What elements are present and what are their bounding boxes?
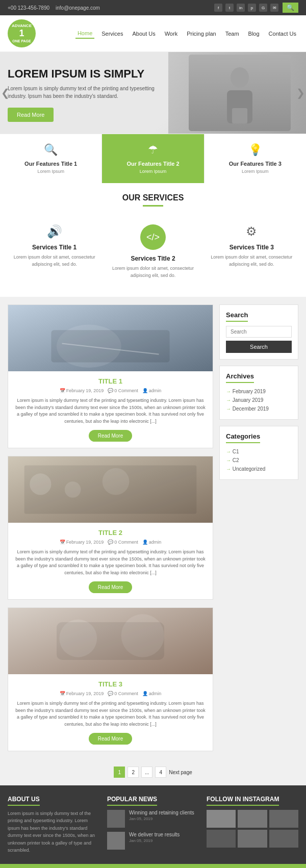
hero-section: ❮ LOREM IPSUM IS SIMPLY Lorem Ipsum is s… — [0, 52, 306, 134]
feature-2-sub: Lorem Ipsum — [107, 169, 198, 174]
post-2-date: 📅 February 19, 2019 — [60, 540, 104, 545]
category-item-1[interactable]: C1 — [226, 447, 292, 456]
user-icon-2: 👤 — [142, 540, 148, 545]
sidebar-search-box: Search Search — [219, 304, 298, 360]
post-card-2: TITLE 2 📅 February 19, 2019 💬 0 Comment … — [8, 456, 213, 600]
svg-rect-15 — [57, 622, 164, 660]
category-item-2[interactable]: C2 — [226, 456, 292, 465]
feature-1-icon: 🔍 — [5, 143, 96, 157]
post-2-image — [8, 456, 213, 523]
feature-item-1[interactable]: 🔍 Our Features Title 1 Lorem Ipsum — [0, 134, 102, 183]
services-section: OUR SERVICES 🔊 Services Title 1 Lorem ip… — [0, 183, 306, 297]
service-card-1: 🔊 Services Title 1 Lorem ipsum dolor sit… — [8, 217, 101, 287]
sidebar: Search Search Archives February 2019 Jan… — [219, 304, 298, 751]
news-thumb-2 — [107, 832, 125, 850]
calendar-icon: 📅 — [60, 388, 65, 393]
main-content: TITLE 1 📅 February 19, 2019 💬 0 Comment … — [0, 297, 306, 759]
search-input[interactable] — [226, 326, 292, 338]
post-2-text: Lorem ipsum is simply dummy text of the … — [14, 549, 207, 576]
post-3-body: TITLE 3 📅 February 19, 2019 💬 0 Comment … — [8, 674, 213, 751]
insta-thumb-1[interactable] — [207, 810, 236, 828]
news-date-2: Jan 05, 2019 — [129, 838, 180, 843]
news-info-2: We deliver true results Jan 05, 2019 — [129, 832, 180, 843]
insta-thumb-3[interactable] — [269, 810, 298, 828]
search-submit-button[interactable]: Search — [226, 341, 292, 353]
feature-3-sub: Lorem Ipsum — [210, 169, 301, 174]
instagram-grid — [207, 810, 298, 848]
nav-blog[interactable]: Blog — [246, 29, 262, 38]
service-1-desc: Lorem ipsum dolor sit amet, consectetur … — [12, 254, 97, 268]
nav-pricing[interactable]: Pricing plan — [185, 29, 218, 38]
footer-news-col: POPULAR NEWS Winning and retaining clien… — [107, 796, 199, 854]
post-3-text: Lorem ipsum is simply dummy text of the … — [14, 700, 207, 728]
post-1-read-more-button[interactable]: Read More — [89, 430, 132, 442]
logo-num: 1 — [19, 28, 24, 39]
post-1-image — [8, 305, 213, 371]
logo-top: ADVANCE — [12, 23, 32, 29]
google-icon[interactable]: G — [259, 4, 267, 12]
post-1-date: 📅 February 19, 2019 — [60, 388, 104, 393]
archives-title: Archives — [226, 372, 254, 383]
post-2-comments: 💬 0 Comment — [108, 540, 138, 545]
page-2-button[interactable]: 2 — [128, 767, 139, 778]
category-list: C1 C2 Uncategorized — [226, 447, 292, 473]
email-icon[interactable]: ✉ — [270, 4, 278, 12]
nav-contact[interactable]: Contact Us — [267, 29, 298, 38]
insta-thumb-6[interactable] — [269, 830, 298, 848]
hero-next-arrow[interactable]: ❯ — [296, 87, 305, 99]
svg-rect-5 — [51, 330, 169, 362]
page-1-button[interactable]: 1 — [114, 767, 125, 778]
features-section: 🔍 Our Features Title 1 Lorem Ipsum ☂ Our… — [0, 134, 306, 183]
archive-item-1[interactable]: February 2019 — [226, 387, 292, 396]
feature-item-2[interactable]: ☂ Our Features Title 2 Lorem Ipsum — [102, 134, 204, 183]
next-page-button[interactable]: Next page — [169, 770, 192, 775]
footer-news-item-2: We deliver true results Jan 05, 2019 — [107, 832, 199, 850]
twitter-icon[interactable]: t — [225, 4, 234, 12]
linkedin-icon[interactable]: in — [237, 4, 245, 12]
category-item-3[interactable]: Uncategorized — [226, 465, 292, 473]
post-1-text: Lorem ipsum is simply dummy text of the … — [14, 397, 207, 425]
services-title: OUR SERVICES — [8, 193, 298, 202]
post-2-read-more-button[interactable]: Read More — [89, 581, 132, 593]
footer-about-title: ABOUT US — [8, 796, 40, 806]
nav-team[interactable]: Team — [223, 29, 241, 38]
feature-item-3[interactable]: 💡 Our Features Title 3 Lorem Ipsum — [205, 134, 306, 183]
post-3-image — [8, 608, 213, 674]
archive-item-2[interactable]: January 2019 — [226, 396, 292, 404]
nav-work[interactable]: Work — [163, 29, 180, 38]
footer-about-col: ABOUT US Lorem ipsum is simply dummy tex… — [8, 796, 99, 854]
insta-thumb-4[interactable] — [207, 830, 236, 848]
archive-item-3[interactable]: December 2019 — [226, 404, 292, 413]
posts-column: TITLE 1 📅 February 19, 2019 💬 0 Comment … — [8, 304, 213, 751]
page-4-button[interactable]: 4 — [155, 767, 166, 778]
comment-icon: 💬 — [108, 388, 113, 393]
post-2-body: TITLE 2 📅 February 19, 2019 💬 0 Comment … — [8, 523, 213, 599]
news-title-1[interactable]: Winning and retaining clients — [129, 810, 194, 815]
nav-services[interactable]: Services — [99, 29, 125, 38]
footer-news-title: POPULAR NEWS — [107, 796, 157, 806]
top-search-button[interactable]: 🔍 — [283, 3, 298, 13]
feature-2-icon: ☂ — [107, 143, 198, 157]
hero-prev-arrow[interactable]: ❮ — [1, 87, 10, 99]
footer-news-item-1: Winning and retaining clients Jan 05, 20… — [107, 810, 199, 828]
post-3-title: TITLE 3 — [14, 680, 207, 688]
post-3-read-more-button[interactable]: Read More — [89, 733, 132, 745]
user-icon: 👤 — [142, 388, 148, 393]
service-3-title: Services Title 3 — [209, 244, 294, 251]
facebook-icon[interactable]: f — [214, 4, 222, 12]
insta-thumb-5[interactable] — [238, 830, 267, 848]
top-bar-left: +00 123-456-7890 info@onepage.com — [8, 5, 100, 11]
post-card-3: TITLE 3 📅 February 19, 2019 💬 0 Comment … — [8, 607, 213, 751]
hero-read-more-button[interactable]: Read More — [8, 108, 54, 122]
nav-home[interactable]: Home — [75, 29, 94, 39]
footer-bottom: © Copyright 2019 One Page WordPress Them… — [0, 864, 306, 868]
nav-about[interactable]: About Us — [130, 29, 157, 38]
pinterest-icon[interactable]: p — [248, 4, 256, 12]
feature-1-sub: Lorem Ipsum — [5, 169, 96, 174]
insta-thumb-2[interactable] — [238, 810, 267, 828]
footer-instagram-col: FOLLOW IN INSTAGRAM — [207, 796, 298, 854]
post-3-meta: 📅 February 19, 2019 💬 0 Comment 👤 admin — [14, 691, 207, 696]
hero-image — [168, 52, 306, 134]
services-divider — [143, 205, 163, 207]
news-title-2[interactable]: We deliver true results — [129, 832, 180, 837]
